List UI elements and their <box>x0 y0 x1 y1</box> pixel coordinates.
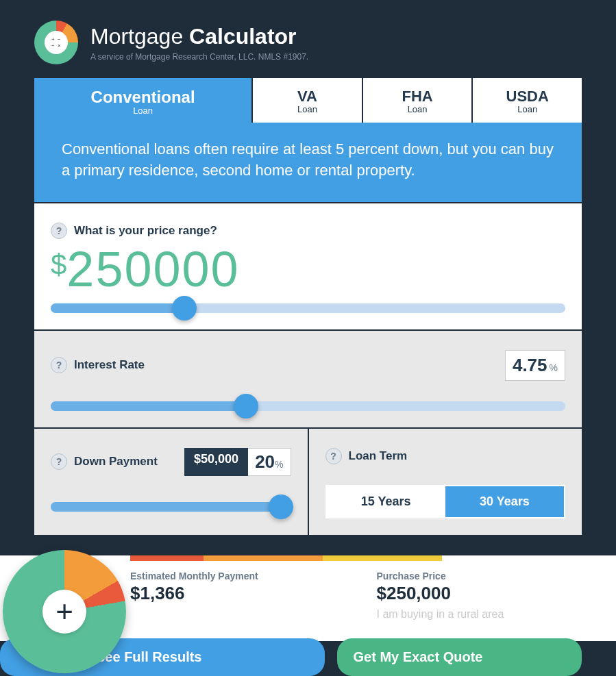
get-quote-button[interactable]: Get My Exact Quote <box>337 638 582 676</box>
logo-glyph: + − ÷ × <box>45 31 68 54</box>
svg-text:+: + <box>51 36 55 42</box>
term-toggle: 15 Years 30 Years <box>325 485 566 518</box>
rate-panel: ? Interest Rate 4.75 % <box>34 331 582 427</box>
page-title: Mortgage Calculator <box>90 24 308 49</box>
price-label: What is your price range? <box>74 224 217 238</box>
down-label: Down Payment <box>74 455 158 468</box>
down-payment-panel: ? Down Payment $50,000 20 % <box>34 429 308 535</box>
loan-term-panel: ? Loan Term 15 Years 30 Years <box>309 429 582 535</box>
payment-value: $1,366 <box>130 583 343 604</box>
plus-icon: + <box>42 590 86 634</box>
header: + − ÷ × Mortgage Calculator A service of… <box>0 0 616 78</box>
tab-va[interactable]: VA Loan <box>253 78 362 123</box>
term-30-button[interactable]: 30 Years <box>445 486 564 517</box>
help-icon[interactable]: ? <box>51 357 67 373</box>
svg-text:−: − <box>58 36 61 42</box>
logo-icon: + − ÷ × <box>34 21 78 64</box>
tab-usda[interactable]: USDA Loan <box>473 78 582 123</box>
svg-text:×: × <box>58 42 61 49</box>
svg-text:÷: ÷ <box>51 42 55 49</box>
help-icon[interactable]: ? <box>325 448 342 464</box>
purchase-price-label: Purchase Price <box>377 571 589 581</box>
rate-label: Interest Rate <box>74 358 145 372</box>
price-value: $ 250000 <box>51 245 565 294</box>
tab-conventional[interactable]: Conventional Loan <box>34 78 251 123</box>
down-percent-input[interactable]: 20 % <box>248 448 291 476</box>
help-icon[interactable]: ? <box>51 453 67 470</box>
slider-thumb[interactable] <box>172 296 197 321</box>
payment-label: Estimated Monthly Payment <box>130 571 343 581</box>
down-amount-input[interactable]: $50,000 <box>184 448 248 476</box>
purchase-price-value: $250,000 <box>377 583 589 604</box>
slider-thumb[interactable] <box>234 394 258 418</box>
loan-description: Conventional loans often require at leas… <box>34 123 582 202</box>
breakdown-donut-icon[interactable]: + <box>3 550 126 673</box>
price-slider[interactable] <box>51 303 565 313</box>
page-subtitle: A service of Mortgage Research Center, L… <box>90 52 308 62</box>
rate-input[interactable]: 4.75 % <box>505 350 565 381</box>
slider-thumb[interactable] <box>269 495 293 519</box>
breakdown-bar <box>130 555 589 561</box>
loan-type-tabs: Conventional Loan VA Loan FHA Loan USDA … <box>0 78 616 123</box>
price-panel: ? What is your price range? $ 250000 <box>34 203 582 329</box>
tab-fha[interactable]: FHA Loan <box>363 78 472 123</box>
term-label: Loan Term <box>349 449 408 463</box>
term-15-button[interactable]: 15 Years <box>327 486 445 517</box>
rural-hint: I am buying in a rural area <box>377 608 589 621</box>
help-icon[interactable]: ? <box>51 223 67 239</box>
down-slider[interactable] <box>51 502 291 512</box>
rate-slider[interactable] <box>51 401 565 411</box>
